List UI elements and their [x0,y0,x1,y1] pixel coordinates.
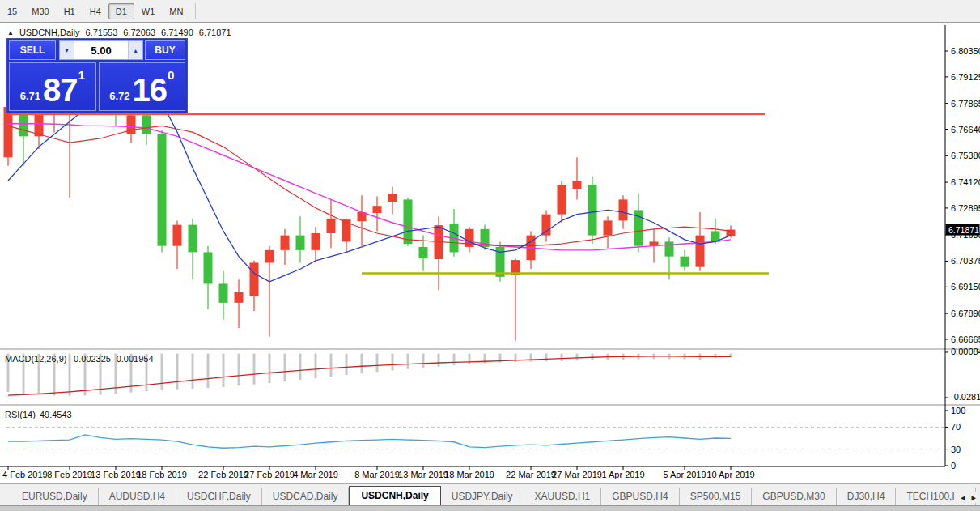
ohlc-low: 6.71490 [161,28,193,37]
tab-eurusd-daily[interactable]: EURUSD,Daily [11,488,99,506]
svg-text:6.75380: 6.75380 [951,151,980,160]
candle-body-19-feb [173,225,182,246]
svg-text:5 Apr 2019: 5 Apr 2019 [663,470,706,479]
timeframe-w1[interactable]: W1 [134,3,163,19]
tab-audusd-h4[interactable]: AUDUSD,H4 [99,488,176,506]
chart-header: ▲ USDCNH,Daily 6.71553 6.72063 6.71490 6… [7,28,231,37]
candle-body-27-mar [573,181,582,189]
collapse-panel-icon[interactable]: ▲ [7,29,14,36]
sell-price-sup: 1 [78,68,84,82]
svg-text:18 Mar 2019: 18 Mar 2019 [444,470,494,479]
svg-text:6.66665: 6.66665 [951,334,980,344]
candle-body-15-feb [142,115,151,134]
candle-body-28-feb [281,236,290,250]
svg-text:6.74120: 6.74120 [951,177,980,187]
macd-label: MACD(12,26,9) [5,354,66,364]
candle-body-8-apr [696,236,705,267]
svg-text:13 Mar 2019: 13 Mar 2019 [398,470,448,479]
candle-body-26-mar [558,185,566,214]
svg-text:18 Feb 2019: 18 Feb 2019 [137,470,187,479]
tab-usdchf-daily[interactable]: USDCHF,Daily [176,488,262,506]
svg-text:70: 70 [951,422,961,432]
candle-body-1-apr [619,199,628,220]
rsi-pane-label: RSI(14) 49.4543 [5,410,72,419]
tab-usdjpy-daily[interactable]: USDJPY,Daily [441,488,524,506]
tab-scroll-left-icon[interactable]: ◂ [961,492,965,503]
volume-input[interactable] [74,41,128,59]
tabbar-bottom-strip [0,505,980,511]
candle-body-13-mar [419,247,428,258]
rsi-label: RSI(14) [5,410,36,419]
svg-text:27 Feb 2019: 27 Feb 2019 [244,470,295,479]
tab-usdcnh-daily[interactable]: USDCNH,Daily [349,486,440,506]
timeframe-15[interactable]: 15 [0,3,24,19]
svg-text:1 Apr 2019: 1 Apr 2019 [601,470,644,479]
svg-text:27 Mar 2019: 27 Mar 2019 [552,470,602,479]
tab-sp500-m15[interactable]: SP500,M15 [680,488,753,506]
tab-uko[interactable]: UKO [976,488,980,506]
svg-text:10 Apr 2019: 10 Apr 2019 [706,470,754,479]
moving-averages [8,92,731,282]
volume-group: ▼ ▲ [59,40,143,60]
svg-text:22 Mar 2019: 22 Mar 2019 [506,470,556,479]
buy-button[interactable]: BUY [145,40,185,60]
candle-body-6-feb [35,113,44,137]
timeframe-toolbar: 15M30H1H4D1W1MN [0,0,980,23]
tab-scroll-right-icon[interactable]: ▸ [971,492,976,503]
sell-quote[interactable]: 6.71 87 1 [9,62,96,111]
candle-body-29-mar [604,220,613,235]
macd-values: -0.002325 -0.001954 [70,354,153,364]
buy-price-small: 6.72 [109,88,129,104]
buy-price-sup: 0 [168,68,174,82]
candle-body-4-apr [665,241,674,256]
svg-text:6.67890: 6.67890 [951,309,980,318]
tab-dj30-h4[interactable]: DJ30,H4 [837,488,897,506]
candle-body-21-feb [204,252,213,283]
timeframe-m30[interactable]: M30 [24,3,56,19]
candle-body-18-feb [158,134,167,246]
trade-panel-quotes: 6.71 87 1 6.72 16 0 [9,62,185,111]
sell-button[interactable]: SELL [9,40,56,60]
sell-price-small: 6.71 [20,88,40,104]
svg-text:6.70375: 6.70375 [951,256,980,266]
candle-body-14-feb [127,115,136,134]
rsi-levels [6,427,945,449]
ohlc-open: 6.71553 [85,28,117,37]
candle-body-27-feb [265,250,274,263]
tab-gbpusd-m30[interactable]: GBPUSD,M30 [752,488,836,506]
candle-body-25-feb [235,292,244,303]
tab-xauusd-h1[interactable]: XAUUSD,H1 [524,488,602,506]
candle-body-8-mar [373,206,382,213]
volume-decrease-button[interactable]: ▼ [60,41,74,59]
volume-increase-button[interactable]: ▲ [128,41,142,59]
svg-text:30: 30 [951,445,961,454]
one-click-trading-panel: SELL ▼ ▲ BUY 6.71 87 1 6.72 16 0 [6,38,188,113]
svg-text:6.69150: 6.69150 [951,282,980,292]
tab-usdcad-daily[interactable]: USDCAD,Daily [262,488,350,506]
symbol-tabs: EURUSD,DailyAUDUSD,H4USDCHF,DailyUSDCAD,… [0,484,980,506]
tab-scroll-arrows: ◂ ▸ [957,492,976,503]
current-price-tag: 6.71871 [946,224,980,236]
candle-body-26-feb [250,262,259,296]
svg-text:0: 0 [951,461,956,471]
symbol-tabbar: EURUSD,DailyAUDUSD,H4USDCHF,DailyUSDCAD,… [0,483,980,511]
timeframe-mn[interactable]: MN [162,3,190,19]
buy-quote[interactable]: 6.72 16 0 [99,62,186,111]
trading-terminal: { "toolbar": { "timeframes": [ {"label":… [0,0,980,511]
ohlc-high: 6.72063 [123,28,155,37]
timeframe-h4[interactable]: H4 [83,3,108,19]
candle-body-28-mar [588,185,597,235]
svg-text:6.76640: 6.76640 [951,125,980,134]
timeframe-h1[interactable]: H1 [57,3,83,19]
tab-gbpusd-h4[interactable]: GBPUSD,H4 [601,488,679,506]
macd-pane-label: MACD(12,26,9) -0.002325 -0.001954 [5,354,154,364]
rsi-pane [8,435,731,448]
time-axis: 4 Feb 20198 Feb 201913 Feb 201918 Feb 20… [0,466,945,479]
svg-text:-0.028124: -0.028124 [951,392,980,402]
timeframe-d1[interactable]: D1 [108,3,134,19]
candle-body-5-mar [327,219,336,233]
candle-body-11-mar [388,194,397,202]
svg-text:4 Feb 2019: 4 Feb 2019 [2,470,48,479]
candle-body-20-feb [189,225,197,253]
chart-window: 6.803506.791256.778656.766406.753806.741… [0,23,980,484]
